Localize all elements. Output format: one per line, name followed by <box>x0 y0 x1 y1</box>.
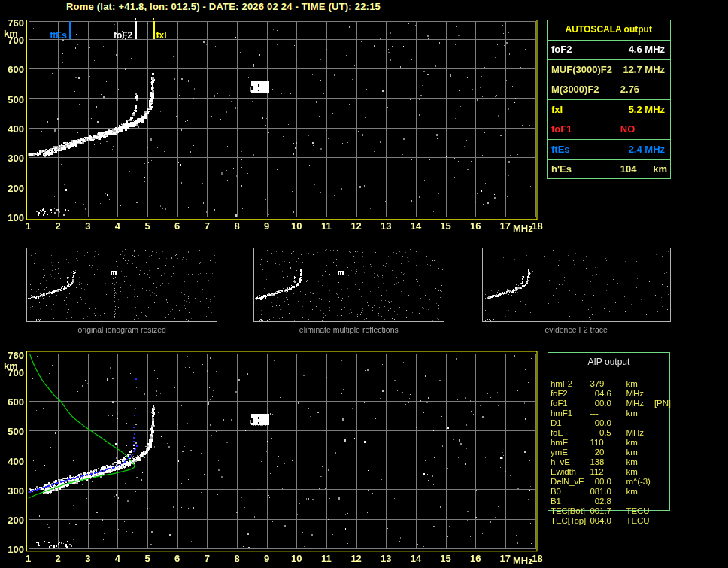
bottom-plot-y-tick: 300 <box>8 486 24 496</box>
aip-row-value: 0.5 <box>590 428 611 437</box>
bottom-plot-x-tick: 12 <box>349 554 364 563</box>
aip-row-unit: km <box>626 379 638 388</box>
autoscala-row-separator <box>547 159 671 160</box>
aip-row-label: hmE <box>551 438 568 447</box>
thumbnail-caption: evidence F2 trace <box>482 326 671 334</box>
autoscala-row-separator <box>547 59 671 60</box>
bottom-plot-x-tick: 11 <box>319 554 334 563</box>
bottom-plot-x-tick: 2 <box>50 554 65 563</box>
autoscala-table-header: AUTOSCALA output <box>547 25 671 35</box>
aip-row-label: B0 <box>551 487 561 496</box>
aip-row-value: --- <box>590 409 599 418</box>
top-plot-x-tick: 3 <box>80 221 96 231</box>
aip-row-label: B1 <box>551 497 561 506</box>
aip-row-value: 001.7 <box>590 506 611 515</box>
autoscala-row-value: NO <box>620 124 635 134</box>
thumbnail-box <box>253 248 444 322</box>
autoscala-row-label: h'Es <box>551 164 572 174</box>
aip-row-value: 00.0 <box>590 399 611 408</box>
aip-row-label: DelN_vE <box>551 477 584 486</box>
top-plot-y-tick: 760 <box>8 18 24 28</box>
top-plot-x-tick: 14 <box>408 221 423 231</box>
autoscala-row-value: 4.6 MHz <box>620 44 665 54</box>
aip-row-unit: m^(-3) <box>626 477 651 486</box>
marker-label-ftEs: ftEs <box>50 31 67 40</box>
bottom-plot-x-tick: 6 <box>170 554 185 563</box>
aip-row-value: 004.0 <box>590 516 611 525</box>
autoscala-row-value: 5.2 MHz <box>620 105 665 114</box>
aip-row-label: TEC[Bot] <box>551 506 585 515</box>
top-plot-y-tick: 300 <box>8 153 24 163</box>
thumbnail-box <box>482 248 671 322</box>
aip-row-value: 138 <box>590 457 605 466</box>
bottom-plot-x-tick: 15 <box>438 554 453 563</box>
aip-panel-header: AIP output <box>548 357 671 367</box>
aip-row-unit: km <box>626 448 638 457</box>
top-plot-y-tick: 400 <box>8 124 24 134</box>
top-plot-x-tick: 12 <box>349 221 364 231</box>
aip-row-label: foE <box>551 428 563 437</box>
top-plot-x-tick: 7 <box>199 221 214 231</box>
aip-row-value: 00.0 <box>590 477 611 486</box>
top-plot-x-tick: 4 <box>110 221 125 231</box>
bottom-plot-y-tick: 500 <box>8 427 24 436</box>
aip-row-value: 04.6 <box>590 389 611 398</box>
autoscala-row-label: ftEs <box>551 144 570 154</box>
bottom-plot-x-tick: 17 <box>498 554 513 563</box>
aip-row-value: 112 <box>590 467 604 476</box>
aip-row-label: TEC[Top] <box>551 516 586 525</box>
aip-row-label: foF2 <box>551 389 568 398</box>
top-plot-x-tick: 8 <box>229 221 244 231</box>
autoscala-row-value: 104 km <box>620 164 667 174</box>
aip-row-unit: TECU <box>626 506 650 515</box>
aip-row-unit: km <box>626 457 638 466</box>
top-plot-x-tick: 9 <box>259 221 275 231</box>
aip-row-unit: km <box>626 467 638 476</box>
aip-row-unit: MHz <box>626 399 644 408</box>
bottom-plot-y-unit: km <box>4 361 18 371</box>
autoscala-row-label: MUF(3000)F2 <box>551 65 612 74</box>
bottom-plot-x-tick: 5 <box>140 554 155 563</box>
aip-row-unit: km <box>626 438 638 447</box>
top-plot-x-tick: 13 <box>378 221 393 231</box>
aip-row-label: hmF1 <box>551 409 572 418</box>
autoscala-row-separator <box>547 80 671 80</box>
bottom-plot-x-tick: 13 <box>378 554 393 563</box>
bottom-plot-x-tick: 9 <box>259 554 275 563</box>
aip-row-value: 20 <box>590 448 605 457</box>
bottom-plot-x-tick: 14 <box>408 554 423 563</box>
autoscala-row-label: M(3000)F2 <box>551 84 599 94</box>
top-plot-y-unit: km <box>4 29 18 38</box>
aip-header-separator <box>548 372 671 372</box>
aip-row-unit: km <box>626 487 638 496</box>
top-plot-y-tick: 200 <box>8 184 24 193</box>
bottom-plot-y-tick: 760 <box>8 351 24 360</box>
aip-row-label: D1 <box>551 418 562 427</box>
top-plot-x-tick: 16 <box>468 221 483 231</box>
top-plot-x-tick: 10 <box>289 221 304 231</box>
bottom-plot-x-tick: 16 <box>468 554 483 563</box>
aip-row-unit: MHz <box>626 428 644 437</box>
autoscala-row-value: 2.76 <box>620 84 639 94</box>
autoscala-column-separator <box>611 40 611 180</box>
aip-row-label: Ewidth <box>551 467 576 476</box>
aip-row-value: 379 <box>590 379 605 388</box>
aip-row-extra: [PN] <box>654 399 671 408</box>
aip-row-value: 081.0 <box>590 487 611 496</box>
aip-row-value: 00.0 <box>590 418 611 427</box>
aip-row-label: h_vE <box>551 457 570 466</box>
autoscala-row-label: foF2 <box>551 44 572 54</box>
bottom-plot-x-tick: 4 <box>110 554 125 563</box>
top-plot-x-tick: 11 <box>319 221 334 231</box>
autoscala-screen: Rome (lat: +41.8, lon: 012.5) - DATE: 20… <box>0 0 728 568</box>
bottom-plot-x-tick: 10 <box>289 554 304 563</box>
thumbnail-caption: original ionogram resized <box>26 326 217 334</box>
aip-row-label: ymE <box>551 448 568 457</box>
top-plot-x-tick: 2 <box>50 221 65 231</box>
marker-label-foF2: foF2 <box>114 31 132 40</box>
thumbnail-box <box>26 248 217 322</box>
autoscala-row-separator <box>547 99 671 100</box>
aip-row-label: foF1 <box>551 399 568 408</box>
top-plot-x-tick: 6 <box>170 221 185 231</box>
autoscala-row-value: 12.7 MHz <box>620 65 665 74</box>
